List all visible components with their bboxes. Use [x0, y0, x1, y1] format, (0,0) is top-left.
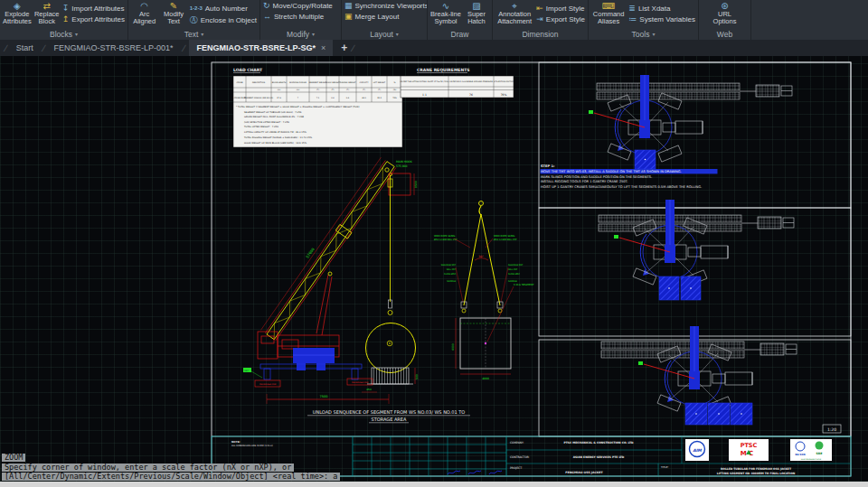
svg-text:MOVE THE TMT INTO WS-03, INSTA: MOVE THE TMT INTO WS-03, INSTALL A SADDL…: [541, 170, 682, 173]
break-line-symbol-button[interactable]: ∿ Break-line Symbol: [430, 1, 461, 26]
svg-text:7500: 7500: [320, 395, 328, 398]
chevron-down-icon: ▾: [75, 31, 78, 37]
arc-aligned-button[interactable]: ◠ Arc Aligned: [131, 1, 157, 26]
list-xdata-button[interactable]: ≣ List Xdata: [628, 4, 695, 13]
cog-label: C.O.G SEGMENT: [514, 283, 534, 286]
panel-title-blocks[interactable]: Blocks▾: [0, 28, 127, 40]
svg-text:ALL DIMENSIONS ARE IN MM (U.N.: ALL DIMENSIONS ARE IN MM (U.N.O): [231, 445, 273, 447]
import-style-button[interactable]: ⇤ Import Style: [536, 4, 585, 13]
auto-number-button[interactable]: 1-2-3 Auto Number: [190, 4, 257, 14]
svg-text:UNLOAD SENQUENCE OF SEGMENT FR: UNLOAD SENQUENCE OF SEGMENT FROM WS NO.0…: [313, 409, 465, 415]
ribbon-panel-draw: ∿ Break-line Symbol ▨ Super Hatch Draw: [428, 0, 493, 40]
panel-title-text[interactable]: Text▾: [128, 28, 259, 40]
panel-title-modify[interactable]: Modify▾: [260, 28, 341, 40]
new-tab-button[interactable]: +: [341, 42, 347, 54]
tab-doc1[interactable]: FENGMIAO-STR-BSRE-LP-001*: [50, 43, 178, 52]
list-xdata-icon: ≣: [628, 4, 636, 13]
close-tab-icon[interactable]: ×: [321, 43, 326, 52]
enclose-in-object-icon: Ⓐ: [190, 15, 198, 24]
command-aliases-button[interactable]: ⌨ Command Aliases: [591, 1, 626, 26]
cog-marker: [485, 342, 486, 344]
svg-text:OUTRIGGER PAD: OUTRIGGER PAD: [352, 381, 368, 384]
svg-text:HOOK WEIGHT OF MAIN BLOCK (OEM: HOOK WEIGHT OF MAIN BLOCK (OEM DATA) : 1…: [244, 142, 307, 145]
stretch-multiple-button[interactable]: ↔ Stretch Multiple: [263, 12, 333, 21]
svg-text:CRANE REQUIREMENTS: CRANE REQUIREMENTS: [417, 68, 470, 72]
outriggers: OUTRIGGER PAD OUTRIGGER PAD: [255, 364, 373, 387]
export-attributes-icon: ↥: [62, 14, 70, 23]
command-prompt-input[interactable]: [All/Center/Dynamic/Extents/Previous/Sca…: [2, 473, 340, 481]
annotation-attachment-button[interactable]: ⌖ Annotation Attachment ▾: [495, 1, 533, 28]
svg-text:* TOTAL WEIGHT = SEGMENT WEIGH: * TOTAL WEIGHT = SEGMENT WEIGHT + HOOK W…: [236, 106, 359, 108]
plan-view-step1[interactable]: STEP 1: MOVE THE TMT INTO WS-03, INSTALL…: [541, 75, 793, 189]
ribbon: ◈ Explode Attributes ⇄ Replace Block ↧ I…: [0, 0, 868, 41]
svg-text:WLL 25T: WLL 25T: [508, 268, 518, 271]
auto-number-icon: 1-2-3: [190, 4, 203, 14]
super-hatch-button[interactable]: ▨ Super Hatch: [464, 1, 489, 26]
svg-text:Ø52 L=8M WLL 25T: Ø52 L=8M WLL 25T: [494, 239, 517, 241]
crane-requirements-table[interactable]: AS PER THE LIFTING RATING CHART AT R=7M …: [401, 76, 514, 98]
merge-layout-icon: ▣: [344, 12, 353, 21]
panel-title-layout[interactable]: Layout▾: [342, 28, 427, 40]
svg-text:SHACKLE 55T: SHACKLE 55T: [508, 264, 524, 267]
tab-separator: /: [41, 43, 46, 53]
chevron-down-icon: ▾: [396, 31, 399, 37]
enclose-in-object-button[interactable]: Ⓐ Enclose in Object: [190, 15, 257, 24]
tab-doc2-active[interactable]: FENGMIAO-STR-BSRE-LP-SG* ×: [189, 40, 333, 56]
ribbon-panel-blocks: ◈ Explode Attributes ⇄ Replace Block ↧ I…: [0, 0, 128, 40]
synchronize-viewports-icon: ▦: [344, 1, 353, 10]
title-label: TITLE:: [660, 465, 669, 469]
load-chart-table[interactable]: CRANE DESCRIPTION BOOM LENGTH WORKING RA…: [233, 76, 402, 147]
segment-rigging-view[interactable]: 30° WIRE ROPE SLING Ø52 L=8M WLL 25T WIR…: [434, 201, 534, 380]
export-attributes-button[interactable]: ↥ Export Attributes: [62, 14, 125, 23]
import-attributes-button[interactable]: ↧ Import Attributes: [62, 4, 125, 13]
svg-text:GROSS WEIGHT INCL. PAINT ALLOW: GROSS WEIGHT INCL. PAINT ALLOWANCE 3% : …: [244, 116, 304, 118]
unload-sequence-caption: UNLOAD SENQUENCE OF SEGMENT FROM WS NO.0…: [307, 409, 470, 423]
panel-title-tools[interactable]: Tools▾: [589, 28, 698, 40]
project-label: PROJECT:: [510, 466, 523, 470]
model-space-canvas[interactable]: LOAD CHART CRANE REQUIREMENTS CRANE DESC…: [0, 56, 868, 482]
tab-start[interactable]: Start: [12, 43, 38, 52]
contractor-label: CONTRACTOR:: [510, 455, 530, 459]
panel-title-web[interactable]: Web: [699, 28, 750, 40]
plan-view-step3[interactable]: 1:20: [601, 326, 841, 433]
svg-text:76: 76: [469, 93, 473, 97]
synchronize-viewports-button[interactable]: ▦ Synchronize Viewports: [344, 1, 427, 10]
svg-text:STEP 1:: STEP 1:: [541, 164, 555, 168]
explode-attributes-button[interactable]: ◈ Explode Attributes: [3, 1, 32, 26]
modify-text-button[interactable]: ✎ Modify Text ▾: [160, 1, 186, 28]
svg-text:450: 450: [366, 388, 372, 391]
drawing-sheet[interactable]: LOAD CHART CRANE REQUIREMENTS CRANE DESC…: [210, 60, 854, 479]
crane-elevation-view[interactable]: 57600 MAIN HOOK 575,000 1500 500: [243, 154, 419, 404]
truck-front: [293, 348, 335, 370]
svg-text:SLING Ø52: SLING Ø52: [444, 273, 456, 276]
import-attributes-icon: ↧: [62, 4, 70, 13]
tail-frame: [389, 173, 410, 195]
panel-title-dimension[interactable]: Dimension: [493, 28, 588, 40]
svg-text:OUTRIGGER PAD: OUTRIGGER PAD: [259, 383, 276, 386]
svg-text:Ø52 L=8M WLL 25T: Ø52 L=8M WLL 25T: [434, 239, 458, 241]
svg-text:(OD) EFFECTIVE LIFTED WEIGHT :: (OD) EFFECTIVE LIFTED WEIGHT : 7.056: [244, 121, 289, 124]
command-line: ZOOM Specify corner of window, enter a s…: [2, 454, 340, 482]
move-copy-rotate-button[interactable]: ↻ Move/Copy/Rotate: [263, 1, 333, 10]
merge-layout-button[interactable]: ▣ Merge Layout: [344, 12, 427, 21]
segment-circle[interactable]: [366, 323, 416, 373]
url-options-button[interactable]: ⊛ URL Options ▾: [707, 1, 743, 28]
project-value: FENGMIAO OSS JACKET: [565, 471, 603, 474]
svg-text:GBP: GBP: [244, 370, 249, 372]
panel-title-draw[interactable]: Draw: [428, 28, 492, 40]
export-style-button[interactable]: ⇥ Export Style: [536, 14, 585, 23]
replace-block-button[interactable]: ⇄ Replace Block: [34, 1, 60, 26]
svg-text:575,000: 575,000: [396, 164, 407, 168]
drawing-title-line1: ROLLED TUBULAR FOR FENGMIAO OSS JACKET: [721, 467, 792, 471]
sre-logo: SRE: [816, 452, 823, 455]
svg-text:1:20: 1:20: [827, 427, 836, 432]
chevron-down-icon: ▾: [652, 31, 655, 37]
system-variables-button[interactable]: ≔ System Variables: [628, 14, 695, 23]
plan-view-step2[interactable]: [599, 200, 794, 300]
drawing-title-line2: LIFTING SEGMENT OD 4000MM TO FINAL LOCAT…: [717, 472, 796, 475]
tab-separator: /: [181, 43, 186, 53]
bason-logo: BA SON: [795, 454, 805, 456]
svg-text:SHACKLE 55T: SHACKLE 55T: [441, 264, 457, 267]
tab-separator: /: [350, 43, 355, 53]
ribbon-panel-web: ⊛ URL Options ▾ Web: [699, 0, 751, 40]
